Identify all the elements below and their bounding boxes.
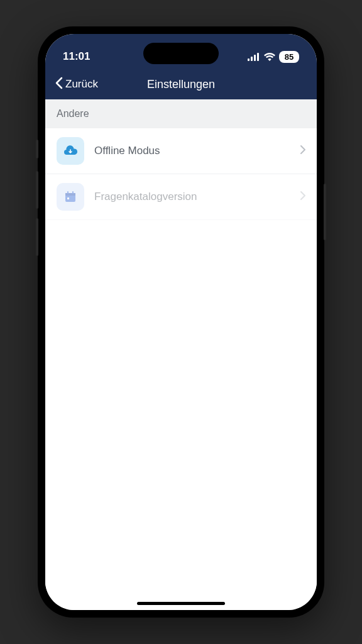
list-item-offline-modus[interactable]: Offline Modus bbox=[45, 128, 317, 174]
cellular-signal-icon bbox=[248, 53, 260, 61]
back-button[interactable]: Zurück bbox=[55, 77, 98, 92]
svg-rect-2 bbox=[254, 55, 256, 61]
phone-side-button bbox=[36, 171, 38, 209]
phone-side-button bbox=[36, 218, 38, 256]
svg-rect-8 bbox=[67, 197, 69, 199]
svg-rect-1 bbox=[251, 57, 253, 61]
dynamic-island bbox=[143, 43, 219, 64]
svg-rect-3 bbox=[257, 53, 259, 61]
chevron-right-icon bbox=[300, 145, 305, 157]
svg-rect-6 bbox=[67, 191, 69, 194]
content-area: Andere Offline Modus bbox=[45, 99, 317, 610]
status-icons: 85 bbox=[248, 51, 299, 63]
chevron-right-icon bbox=[300, 191, 305, 203]
phone-side-button bbox=[36, 140, 38, 158]
svg-rect-0 bbox=[248, 58, 250, 61]
phone-side-button bbox=[324, 184, 326, 240]
wifi-icon bbox=[264, 53, 275, 61]
page-title: Einstellungen bbox=[147, 78, 215, 91]
list-item-label: Fragenkatalogversion bbox=[94, 191, 290, 203]
phone-frame: 11:01 85 bbox=[38, 26, 324, 618]
svg-rect-5 bbox=[65, 193, 75, 196]
chevron-left-icon bbox=[55, 77, 63, 92]
list-item-label: Offline Modus bbox=[94, 145, 290, 157]
screen: 11:01 85 bbox=[45, 34, 317, 610]
svg-rect-7 bbox=[72, 191, 74, 194]
home-indicator[interactable] bbox=[137, 602, 225, 605]
battery-indicator: 85 bbox=[279, 51, 299, 63]
status-time: 11:01 bbox=[63, 50, 90, 63]
calendar-icon bbox=[57, 183, 84, 211]
list-item-fragenkatalogversion: Fragenkatalogversion bbox=[45, 174, 317, 220]
cloud-download-icon bbox=[57, 137, 84, 165]
navigation-bar: Zurück Einstellungen bbox=[45, 69, 317, 99]
back-label: Zurück bbox=[65, 78, 98, 91]
section-header: Andere bbox=[45, 99, 317, 128]
